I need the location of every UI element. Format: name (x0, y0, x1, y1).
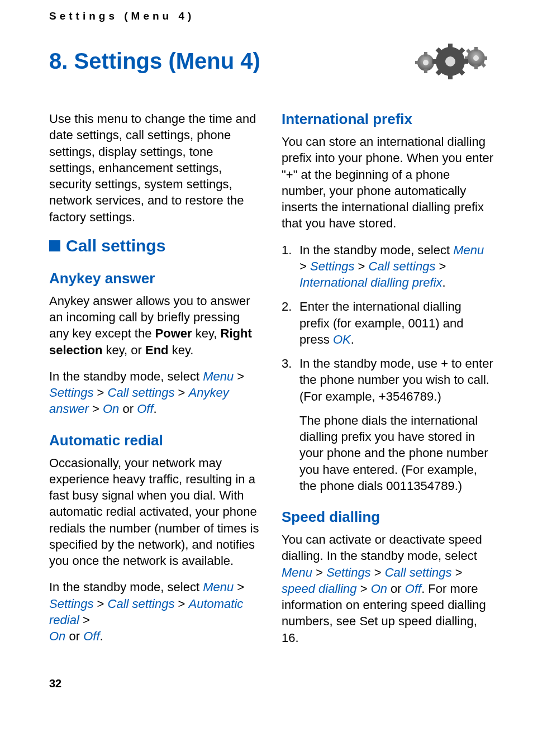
redial-instr-pre: In the standby mode, select (49, 580, 203, 594)
key-end: End (145, 343, 169, 357)
anykey-body: Anykey answer allows you to answer an in… (49, 293, 261, 358)
subsection-heading-redial: Automatic redial (49, 432, 261, 449)
svg-rect-1 (424, 52, 427, 56)
redial-instruction: In the standby mode, select Menu > Setti… (49, 579, 261, 644)
path-on: On (103, 402, 119, 416)
anykey-body-mid1: key, (192, 326, 221, 340)
path-call-settings: Call settings (108, 597, 175, 611)
step-1-pre: In the standby mode, select (299, 243, 453, 257)
section-heading-call-settings: Call settings (66, 236, 165, 255)
anykey-instruction: In the standby mode, select Menu > Setti… (49, 368, 261, 417)
page-number: 32 (49, 677, 494, 690)
svg-rect-3 (415, 61, 420, 64)
svg-point-13 (473, 55, 479, 61)
path-speed-dialling: speed dialling (282, 582, 357, 596)
path-menu: Menu (282, 565, 312, 579)
settings-gears-icon (410, 36, 494, 86)
chapter-title: 8. Settings (Menu 4) (49, 49, 260, 74)
path-menu: Menu (203, 580, 234, 594)
running-header: Settings (Menu 4) (49, 10, 494, 22)
path-menu: Menu (453, 243, 484, 257)
step-1: In the standby mode, select Menu > Setti… (282, 242, 494, 291)
subsection-heading-international-prefix: International prefix (282, 111, 494, 128)
svg-point-23 (445, 56, 455, 66)
svg-rect-2 (424, 69, 427, 73)
redial-instr-or: or (65, 629, 83, 643)
svg-point-5 (423, 60, 429, 65)
svg-rect-16 (448, 74, 453, 79)
step-3-b: The phone dials the international dialli… (299, 412, 494, 494)
speed-dialling-body: You can activate or deactivate speed dia… (282, 531, 494, 646)
step-2: Enter the international dialling prefix … (282, 298, 494, 348)
key-power: Power (155, 326, 192, 340)
svg-rect-18 (463, 59, 468, 64)
path-settings: Settings (49, 597, 94, 611)
path-off: Off (137, 402, 153, 416)
subsection-heading-speed-dialling: Speed dialling (282, 508, 494, 526)
path-settings: Settings (310, 259, 355, 273)
path-ok: OK (333, 332, 351, 346)
svg-rect-7 (474, 47, 478, 51)
path-off: Off (83, 629, 99, 643)
path-menu: Menu (203, 369, 234, 383)
path-settings: Settings (326, 565, 371, 579)
path-international-dialling-prefix: International dialling prefix (299, 275, 442, 289)
path-call-settings: Call settings (108, 386, 175, 400)
path-call-settings: Call settings (369, 259, 436, 273)
anykey-body-mid2: key, or (102, 343, 145, 357)
step-2-pre: Enter the international dialling prefix … (299, 299, 464, 346)
svg-rect-8 (474, 65, 478, 69)
svg-rect-15 (448, 44, 453, 49)
path-call-settings: Call settings (385, 565, 452, 579)
path-on: On (49, 629, 65, 643)
subsection-heading-anykey: Anykey answer (49, 270, 261, 287)
speed-instr-or: or (387, 582, 405, 596)
path-settings: Settings (49, 386, 94, 400)
anykey-instr-pre: In the standby mode, select (49, 369, 203, 383)
redial-body: Occasionally, your network may experienc… (49, 455, 261, 569)
international-prefix-steps: In the standby mode, select Menu > Setti… (282, 242, 494, 495)
path-on: On (371, 582, 387, 596)
international-prefix-body: You can store an international dialling … (282, 134, 494, 232)
step-3-a: In the standby mode, use + to enter the … (299, 356, 493, 403)
anykey-body-post: key. (169, 343, 194, 357)
step-3: In the standby mode, use + to enter the … (282, 355, 494, 494)
speed-body-pre: You can activate or deactivate speed dia… (282, 532, 482, 563)
svg-rect-17 (432, 59, 438, 64)
anykey-instr-or: or (119, 402, 137, 416)
section-bullet-icon (49, 240, 60, 251)
path-off: Off (405, 582, 421, 596)
intro-paragraph: Use this menu to change the time and dat… (49, 111, 261, 225)
svg-rect-10 (483, 56, 487, 60)
